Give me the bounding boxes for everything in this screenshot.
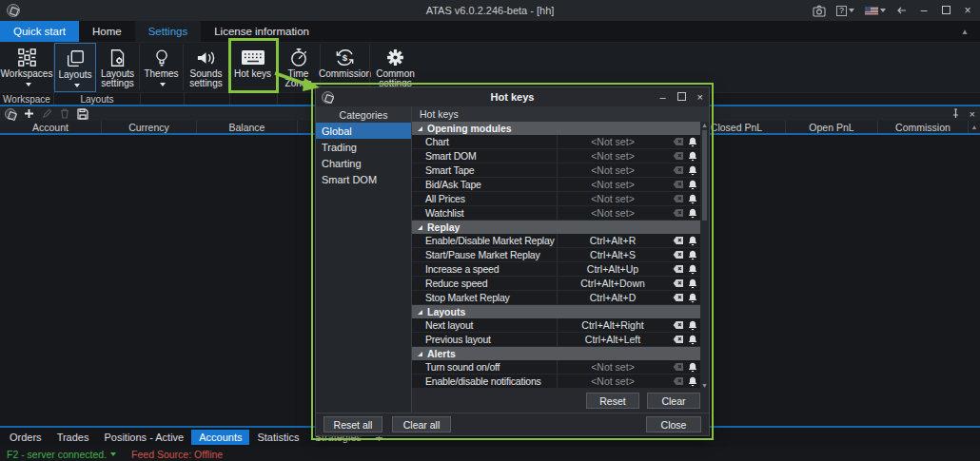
help-menu-button[interactable]: ? (836, 6, 854, 16)
ribbon-button-sounds[interactable]: Sounds settings (184, 43, 228, 92)
scroll-down-icon[interactable]: ▼ (701, 382, 708, 389)
close-button[interactable]: × (962, 5, 973, 16)
hotkey-value[interactable]: <Not set> (557, 375, 668, 388)
maximize-button[interactable] (940, 5, 951, 16)
clear-hotkey-backspace-icon[interactable] (673, 250, 684, 259)
hotkey-bell-icon[interactable] (688, 137, 697, 147)
delete-account-icon[interactable] (60, 108, 69, 119)
tab-statistics[interactable]: Statistics (249, 430, 306, 445)
hotkey-section-layouts[interactable]: Layouts (412, 305, 700, 318)
dock-window-icon[interactable] (896, 6, 908, 15)
hotkey-row[interactable]: All Prices<Not set> (412, 192, 700, 206)
connection-status[interactable]: F2 - server connected. (7, 449, 116, 460)
hotkey-bell-icon[interactable] (688, 236, 697, 246)
hotkey-row[interactable]: Smart Tape<Not set> (412, 163, 700, 178)
clear-hotkey-backspace-icon[interactable] (673, 194, 684, 203)
close-dialog-button[interactable]: Close (646, 416, 701, 432)
add-account-icon[interactable] (24, 108, 34, 119)
ribbon-button-settings[interactable]: Common settings (370, 43, 421, 92)
table-scroll-up-icon[interactable]: ▲ (969, 121, 980, 133)
hotkey-section-opening-modules[interactable]: Opening modules (412, 122, 700, 135)
hotkeys-scrollbar[interactable]: ▲ ▼ (700, 122, 709, 389)
hotkey-row[interactable]: Stop Market ReplayCtrl+Alt+D (412, 291, 700, 305)
scroll-up-icon[interactable]: ▲ (701, 122, 708, 128)
tab-trades[interactable]: Trades (49, 430, 97, 445)
hotkey-value[interactable]: <Not set> (557, 192, 668, 205)
hotkey-bell-icon[interactable] (688, 293, 697, 303)
hotkey-value[interactable]: Ctrl+Alt+Left (557, 333, 668, 346)
scrollbar-thumb[interactable] (702, 130, 707, 221)
ribbon-tab-license-information[interactable]: License information (201, 21, 323, 42)
collapse-ribbon-icon[interactable]: ▲ (961, 21, 980, 42)
hotkey-bell-icon[interactable] (688, 362, 697, 373)
ribbon-tab-settings[interactable]: Settings (135, 21, 202, 42)
hotkey-bell-icon[interactable] (688, 151, 697, 162)
ribbon-tab-home[interactable]: Home (79, 21, 135, 42)
category-item-smart-dom[interactable]: Smart DOM (316, 171, 411, 187)
clear-all-button[interactable]: Clear all (392, 416, 451, 432)
ribbon-button-layouts[interactable]: Layouts (54, 43, 96, 92)
hotkey-row[interactable]: Watchlist<Not set> (412, 206, 700, 221)
minimize-button[interactable]: – (918, 5, 930, 16)
hotkey-value[interactable]: Ctrl+Alt+Right (557, 318, 668, 332)
dialog-maximize-button[interactable] (677, 91, 686, 103)
ribbon-button-layouts-settings[interactable]: Layouts settings (96, 43, 139, 92)
clear-hotkey-backspace-icon[interactable] (673, 279, 684, 288)
ribbon-button-themes[interactable]: Themes (140, 43, 183, 92)
clear-button[interactable]: Clear (647, 393, 700, 409)
hotkey-value[interactable]: <Not set> (557, 163, 668, 177)
clear-hotkey-backspace-icon[interactable] (673, 165, 684, 175)
hotkey-bell-icon[interactable] (688, 335, 697, 345)
hotkey-bell-icon[interactable] (688, 208, 697, 219)
tab-accounts[interactable]: Accounts (191, 430, 249, 445)
hotkey-row[interactable]: Bid/Ask Tape<Not set> (412, 178, 700, 192)
hotkey-bell-icon[interactable] (688, 376, 697, 387)
hotkey-bell-icon[interactable] (688, 180, 697, 190)
hotkey-value[interactable]: <Not set> (557, 178, 668, 191)
clear-hotkey-backspace-icon[interactable] (673, 362, 684, 372)
hotkey-row[interactable]: Previous layoutCtrl+Alt+Left (412, 333, 700, 347)
hotkey-row[interactable]: Next layoutCtrl+Alt+Right (412, 318, 700, 333)
hotkey-value[interactable]: <Not set> (557, 206, 668, 220)
hotkey-value[interactable]: Ctrl+Alt+Up (557, 262, 668, 276)
clear-hotkey-backspace-icon[interactable] (673, 320, 684, 330)
hotkey-value[interactable]: <Not set> (557, 149, 668, 163)
save-icon[interactable] (77, 108, 88, 120)
hotkey-bell-icon[interactable] (688, 264, 697, 275)
hotkey-bell-icon[interactable] (688, 320, 697, 331)
hotkey-row[interactable]: Chart<Not set> (412, 135, 700, 149)
hotkey-bell-icon[interactable] (688, 165, 697, 176)
hotkey-value[interactable]: <Not set> (557, 135, 668, 148)
hotkey-row[interactable]: Enable/disable notifications<Not set> (412, 375, 700, 389)
hotkey-section-alerts[interactable]: Alerts (412, 347, 700, 360)
hotkey-row[interactable]: Start/Pause Market ReplayCtrl+Alt+S (412, 248, 700, 262)
hotkey-row[interactable]: Increase a speedCtrl+Alt+Up (412, 262, 700, 277)
hotkey-value[interactable]: <Not set> (557, 360, 668, 374)
category-item-trading[interactable]: Trading (316, 139, 411, 155)
hotkey-row[interactable]: Reduce speedCtrl+Alt+Down (412, 277, 700, 291)
screenshot-camera-icon[interactable] (813, 5, 826, 17)
category-item-global[interactable]: Global (316, 123, 411, 139)
hotkey-section-replay[interactable]: Replay (412, 221, 700, 234)
column-header-commission[interactable]: Commission (878, 121, 969, 133)
pin-panel-icon[interactable] (951, 108, 960, 119)
close-panel-icon[interactable]: × (970, 108, 975, 120)
ribbon-button-hotkeys[interactable]: Hot keys (229, 43, 276, 92)
clear-hotkey-backspace-icon[interactable] (673, 293, 684, 302)
dialog-minimize-button[interactable]: – (659, 91, 665, 103)
clear-hotkey-backspace-icon[interactable] (673, 376, 684, 386)
clear-hotkey-backspace-icon[interactable] (673, 180, 684, 189)
edit-account-icon[interactable] (42, 108, 52, 119)
ribbon-button-timezones[interactable]: Time Zones (277, 43, 320, 92)
hotkey-value[interactable]: Ctrl+Alt+Down (557, 277, 668, 290)
reset-button[interactable]: Reset (586, 393, 639, 409)
clear-hotkey-backspace-icon[interactable] (673, 208, 684, 218)
category-item-charting[interactable]: Charting (316, 155, 411, 171)
hotkey-value[interactable]: Ctrl+Alt+S (557, 248, 668, 261)
reset-all-button[interactable]: Reset all (323, 416, 382, 432)
hotkey-row[interactable]: Smart DOM<Not set> (412, 149, 700, 163)
hotkey-bell-icon[interactable] (688, 194, 697, 204)
hotkey-value[interactable]: Ctrl+Alt+D (557, 291, 668, 304)
hotkey-bell-icon[interactable] (688, 279, 697, 289)
language-flag-button[interactable] (865, 7, 886, 15)
